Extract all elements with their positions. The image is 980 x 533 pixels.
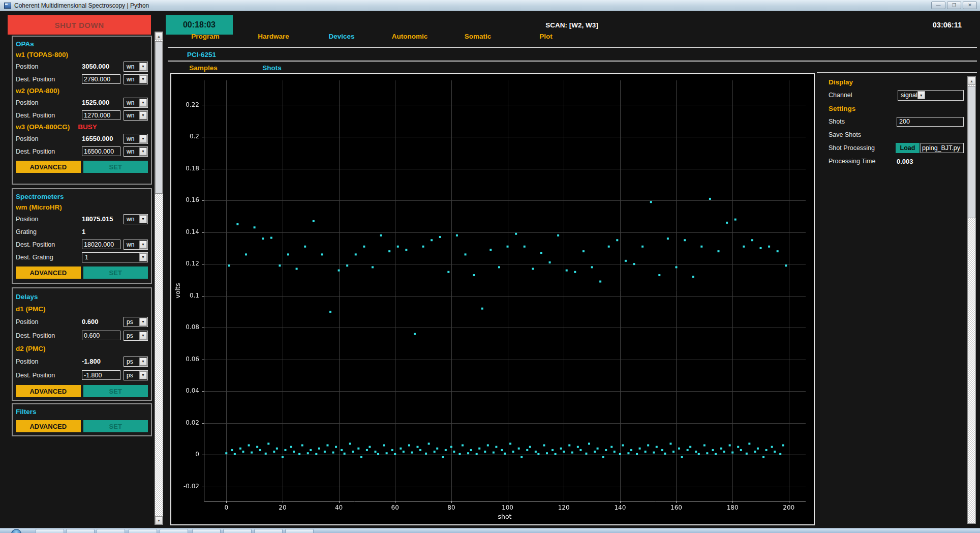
minimize-icon[interactable]: — — [931, 2, 945, 9]
taskbar-button[interactable] — [285, 529, 314, 533]
start-button[interactable] — [11, 529, 21, 533]
chevron-down-icon[interactable]: ▼ — [139, 75, 147, 83]
w3-dest-units-dropdown[interactable]: wn ▼ — [124, 146, 148, 157]
chevron-down-icon[interactable]: ▼ — [139, 99, 147, 107]
processing-file-field[interactable]: pping_BJT.py — [921, 143, 964, 153]
d2-dest-position-input[interactable] — [82, 370, 120, 380]
right-panel-scrollbar-thumb[interactable] — [968, 86, 975, 218]
chevron-down-icon[interactable]: ▼ — [917, 91, 925, 99]
units-value: wn — [127, 241, 139, 248]
delays-advanced-button[interactable]: ADVANCED — [16, 385, 81, 397]
position-label: Position — [16, 216, 82, 223]
scroll-up-icon[interactable]: ▲ — [968, 77, 975, 85]
chevron-down-icon[interactable]: ▼ — [139, 241, 147, 249]
tab-hardware[interactable]: Hardware — [239, 33, 308, 40]
scroll-down-icon[interactable]: ▼ — [155, 516, 163, 524]
chevron-down-icon[interactable]: ▼ — [139, 63, 147, 71]
load-button[interactable]: Load — [896, 143, 920, 153]
taskbar-button[interactable] — [160, 529, 188, 533]
w1-position-value: 3050.000 — [82, 63, 120, 70]
wm-name: wm (MicroHR) — [16, 203, 62, 211]
position-label: Position — [16, 135, 82, 142]
channel-row: Channel signal ▼ — [829, 88, 964, 102]
d1-position-units-dropdown[interactable]: ps ▼ — [124, 317, 148, 327]
sidebar-scrollbar-thumb[interactable] — [155, 41, 163, 194]
chevron-down-icon[interactable]: ▼ — [139, 358, 147, 366]
spectrometers-set-button[interactable]: SET — [83, 266, 148, 279]
d2-dest-units-dropdown[interactable]: ps ▼ — [124, 370, 148, 380]
sidebar-scrollbar[interactable]: ▲ ▼ — [155, 32, 163, 525]
save-shots-row: Save Shots — [829, 128, 964, 141]
wm-dest-row: Dest. Position wn ▼ — [16, 238, 148, 251]
settings-header: Settings — [829, 105, 855, 112]
tab-pci-6251[interactable]: PCI-6251 — [187, 51, 216, 58]
chevron-down-icon[interactable]: ▼ — [139, 371, 147, 379]
chevron-down-icon[interactable]: ▼ — [139, 318, 147, 326]
w2-position-units-dropdown[interactable]: wn ▼ — [124, 98, 148, 108]
filters-advanced-button[interactable]: ADVANCED — [16, 420, 81, 432]
w1-dest-position-input[interactable] — [82, 74, 120, 84]
system-clock: 03:06:11 — [933, 15, 962, 35]
taskbar-button[interactable] — [254, 529, 283, 533]
w3-name: w3 (OPA-800CG) — [16, 123, 70, 131]
w2-dest-position-input[interactable] — [82, 110, 120, 120]
restore-icon[interactable]: ❐ — [947, 2, 961, 9]
opas-advanced-button[interactable]: ADVANCED — [16, 161, 81, 173]
w3-position-units-dropdown[interactable]: wn ▼ — [124, 134, 148, 144]
wm-dest-units-dropdown[interactable]: wn ▼ — [124, 240, 148, 250]
save-shots-label: Save Shots — [829, 131, 964, 138]
right-panel-scrollbar[interactable]: ▲ — [967, 76, 976, 524]
wm-dest-position-input[interactable] — [82, 240, 120, 249]
close-icon[interactable]: ✕ — [963, 2, 977, 9]
filters-set-button[interactable]: SET — [83, 420, 148, 432]
shots-input[interactable] — [897, 117, 964, 127]
w2-name: w2 (OPA-800) — [16, 87, 59, 95]
wm-dest-grating-dropdown[interactable]: 1 ▼ — [82, 252, 148, 262]
d2-position-row: Position -1.800 ps ▼ — [16, 354, 148, 368]
tab-shots[interactable]: Shots — [240, 64, 304, 72]
opas-set-button[interactable]: SET — [83, 161, 148, 173]
chevron-down-icon[interactable]: ▼ — [139, 147, 147, 156]
shots-plot-canvas — [171, 74, 814, 524]
scroll-up-icon[interactable]: ▲ — [155, 32, 163, 40]
chevron-down-icon[interactable]: ▼ — [139, 332, 147, 340]
w3-dest-position-input[interactable] — [82, 146, 120, 156]
window-title: Coherent Multidimensional Spectroscopy |… — [14, 2, 149, 9]
chevron-down-icon[interactable]: ▼ — [139, 215, 147, 223]
position-label: Position — [16, 318, 82, 325]
tab-somatic[interactable]: Somatic — [444, 33, 512, 40]
spectrometers-header: Spectrometers — [16, 191, 148, 202]
position-label: Position — [16, 63, 82, 70]
tab-devices[interactable]: Devices — [308, 33, 376, 40]
w2-dest-units-dropdown[interactable]: wn ▼ — [124, 110, 148, 121]
units-value: ps — [127, 318, 139, 325]
taskbar-button[interactable] — [66, 529, 95, 533]
w1-position-row: Position 3050.000 wn ▼ — [16, 60, 148, 73]
delays-set-button[interactable]: SET — [83, 385, 148, 397]
channel-dropdown[interactable]: signal ▼ — [898, 90, 964, 101]
shutdown-button[interactable]: SHUT DOWN — [8, 15, 151, 35]
d1-dest-units-dropdown[interactable]: ps ▼ — [124, 331, 148, 341]
right-panel-separator — [817, 72, 977, 73]
d2-position-units-dropdown[interactable]: ps ▼ — [124, 357, 148, 367]
taskbar-button[interactable] — [129, 529, 157, 533]
tab-autonomic[interactable]: Autonomic — [376, 33, 444, 40]
taskbar-button[interactable] — [97, 529, 125, 533]
application-window: Coherent Multidimensional Spectroscopy |… — [0, 0, 980, 533]
tab-program[interactable]: Program — [171, 33, 239, 40]
taskbar-button[interactable] — [192, 529, 221, 533]
w3-position-row: Position 16550.000 wn ▼ — [16, 132, 148, 145]
chevron-down-icon[interactable]: ▼ — [139, 135, 147, 143]
tab-samples[interactable]: Samples — [171, 64, 235, 72]
delays-panel: Delays d1 (PMC) Position 0.600 ps ▼ Dest… — [12, 287, 152, 401]
w1-dest-units-dropdown[interactable]: wn ▼ — [124, 74, 148, 84]
taskbar-button[interactable] — [36, 529, 64, 533]
w1-position-units-dropdown[interactable]: wn ▼ — [124, 62, 148, 72]
spectrometers-advanced-button[interactable]: ADVANCED — [16, 266, 81, 279]
wm-position-units-dropdown[interactable]: wn ▼ — [124, 214, 148, 224]
tab-plot[interactable]: Plot — [512, 33, 580, 40]
chevron-down-icon[interactable]: ▼ — [139, 111, 147, 120]
taskbar-button[interactable] — [223, 529, 252, 533]
chevron-down-icon[interactable]: ▼ — [139, 253, 147, 261]
d1-dest-position-input[interactable] — [82, 331, 120, 340]
